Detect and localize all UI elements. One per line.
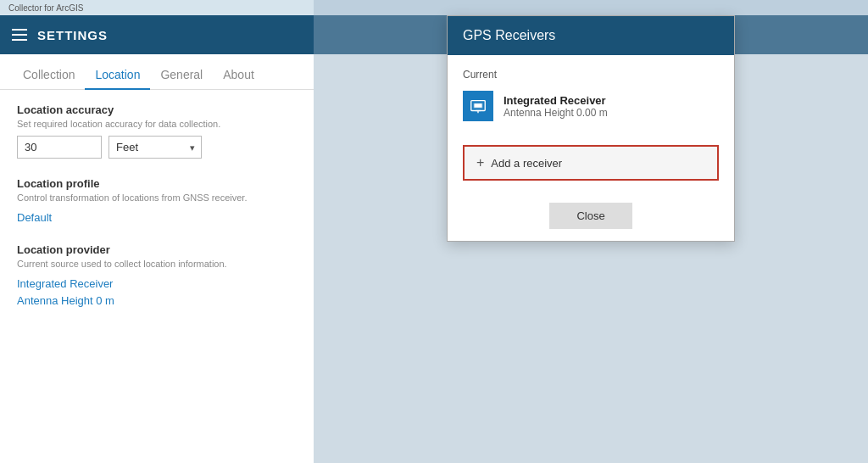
receiver-name: Integrated Receiver [504,94,608,107]
settings-panel: Collection Location General About Locati… [0,54,314,463]
app-title: Collector for ArcGIS [8,3,83,13]
receiver-icon [463,91,493,121]
modal-overlay: GPS Receivers Current [314,0,868,463]
main-content: Collection Location General About Locati… [0,54,868,463]
location-provider-desc: Current source used to collect location … [17,259,297,269]
receiver-sub: Antenna Height 0.00 m [504,107,608,119]
receiver-svg-icon [469,97,487,115]
plus-icon: + [476,155,484,170]
tabs-bar: Collection Location General About [0,54,314,90]
add-receiver-section: + Add a receiver [448,145,734,194]
modal-footer: Close [448,194,734,241]
add-receiver-button[interactable]: + Add a receiver [463,145,719,181]
unit-select-wrapper: Feet Meters [108,136,202,159]
tab-about[interactable]: About [213,61,264,90]
location-accuracy-label: Location accuracy [17,103,297,116]
unit-select[interactable]: Feet Meters [108,136,202,159]
tab-location[interactable]: Location [85,61,150,90]
location-accuracy-desc: Set required location accuracy for data … [17,119,297,129]
location-profile-desc: Control transformation of locations from… [17,192,297,203]
settings-content: Location accuracy Set required location … [0,90,314,341]
close-button[interactable]: Close [549,203,632,229]
add-receiver-label: Add a receiver [491,157,562,170]
modal-header: GPS Receivers [448,16,734,55]
receiver-item: Integrated Receiver Antenna Height 0.00 … [463,91,719,121]
hamburger-icon[interactable] [12,29,27,41]
modal-body: Current Integrated Receiver Ante [448,55,734,145]
tab-collection[interactable]: Collection [13,61,85,90]
accuracy-row: Feet Meters [17,136,297,159]
accuracy-input[interactable] [17,136,102,159]
location-profile-section: Location profile Control transformation … [17,177,297,225]
svg-rect-4 [474,103,481,108]
tab-general[interactable]: General [150,61,213,90]
gps-receivers-modal: GPS Receivers Current [447,15,735,242]
location-profile-label: Location profile [17,177,297,190]
settings-title: SETTINGS [37,28,108,42]
provider-name-link[interactable]: Integrated Receiver [17,276,297,293]
location-accuracy-section: Location accuracy Set required location … [17,103,297,159]
current-label: Current [463,69,719,81]
location-profile-link[interactable]: Default [17,211,52,224]
modal-title: GPS Receivers [463,28,555,42]
receiver-info: Integrated Receiver Antenna Height 0.00 … [504,94,608,119]
location-provider-label: Location provider [17,243,297,256]
location-provider-section: Location provider Current source used to… [17,243,297,309]
provider-sub-link[interactable]: Antenna Height 0 m [17,293,297,310]
